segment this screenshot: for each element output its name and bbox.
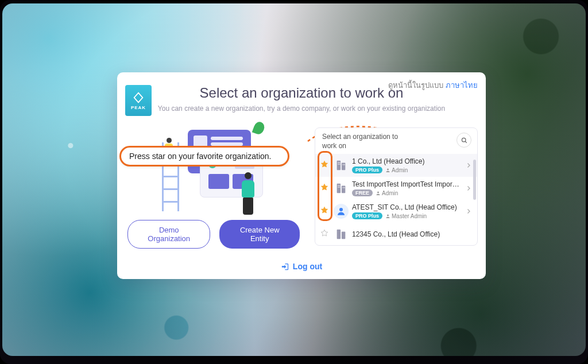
favorite-callout: Press star on your favorite organization… <box>119 146 289 166</box>
organization-row[interactable]: ATEST_SIT Co., Ltd (Head Office) PRO Plu… <box>315 200 477 223</box>
svg-point-0 <box>462 138 466 142</box>
plan-badge: PRO Plus <box>352 166 382 173</box>
search-button[interactable] <box>457 133 471 148</box>
role-label: Master Admin <box>385 213 427 219</box>
open-organization[interactable] <box>463 185 474 192</box>
page-title: Select an organization to work on <box>117 85 486 101</box>
organization-name: Test ImportTest ImportTest ImportTe... <box>352 180 460 188</box>
svg-rect-2 <box>337 161 341 171</box>
logout-link[interactable]: Log out <box>117 262 486 271</box>
svg-rect-8 <box>343 164 343 165</box>
svg-rect-11 <box>337 184 341 193</box>
user-icon <box>385 168 390 173</box>
building-icon <box>335 182 347 195</box>
favorite-star[interactable] <box>319 160 330 171</box>
building-icon <box>335 228 347 241</box>
svg-rect-6 <box>338 164 339 164</box>
page-subtitle: You can create a new organization, try a… <box>117 104 486 113</box>
scrollbar[interactable] <box>473 160 476 200</box>
open-organization[interactable] <box>463 208 474 215</box>
organization-list-panel: Select an organization to work on 1 Co.,… <box>315 127 478 246</box>
star-icon <box>320 183 328 191</box>
select-organization-modal: ดูหน้านี้ในรูปแบบ ภาษาไทย PEAK Select an… <box>117 72 486 279</box>
svg-rect-16 <box>339 187 340 187</box>
logout-icon <box>281 262 289 271</box>
svg-rect-14 <box>339 185 340 186</box>
organization-row[interactable]: Test ImportTest ImportTest ImportTe... F… <box>315 177 477 200</box>
svg-rect-7 <box>339 164 340 164</box>
svg-rect-23 <box>342 232 345 239</box>
illustration-pane: Demo Organization Create New Entity <box>127 125 300 251</box>
plan-badge: PRO Plus <box>352 212 382 219</box>
organization-row[interactable]: 12345 Co., Ltd (Head Office) <box>315 223 477 245</box>
svg-rect-15 <box>338 187 339 187</box>
svg-rect-4 <box>338 162 339 163</box>
favorite-star[interactable] <box>319 183 330 193</box>
organization-name: 1 Co., Ltd (Head Office) <box>352 157 460 165</box>
logout-label: Log out <box>293 262 322 271</box>
open-organization[interactable] <box>463 162 474 169</box>
organization-name: ATEST_SIT Co., Ltd (Head Office) <box>352 203 460 211</box>
svg-point-21 <box>387 214 389 216</box>
organization-name: 12345 Co., Ltd (Head Office) <box>352 230 474 238</box>
list-title: Select an organization to work on <box>322 133 414 150</box>
demo-organization-button[interactable]: Demo Organization <box>127 220 210 249</box>
organization-icon <box>334 204 349 219</box>
organization-icon <box>334 158 349 173</box>
avatar-icon <box>336 206 346 216</box>
organization-icon <box>334 181 349 196</box>
organization-icon <box>334 227 349 242</box>
role-label: Admin <box>376 190 398 196</box>
star-icon <box>320 229 328 237</box>
svg-rect-5 <box>339 162 340 163</box>
chevron-right-icon <box>465 185 472 192</box>
building-icon <box>335 159 347 172</box>
plan-badge: FREE <box>352 189 373 196</box>
star-icon <box>320 160 328 168</box>
svg-point-20 <box>339 208 343 211</box>
chevron-right-icon <box>465 162 472 169</box>
search-icon <box>461 137 468 144</box>
svg-line-1 <box>465 141 467 143</box>
svg-rect-22 <box>337 230 341 239</box>
svg-rect-3 <box>342 163 345 171</box>
user-icon <box>376 191 381 196</box>
user-icon <box>385 214 390 219</box>
svg-point-19 <box>377 191 379 193</box>
svg-rect-13 <box>338 185 339 186</box>
chevron-right-icon <box>465 208 472 215</box>
svg-rect-12 <box>342 186 345 193</box>
favorite-star[interactable] <box>319 206 330 216</box>
create-new-entity-button[interactable]: Create New Entity <box>219 220 300 249</box>
role-label: Admin <box>385 167 408 173</box>
svg-rect-18 <box>344 187 345 188</box>
organization-row[interactable]: 1 Co., Ltd (Head Office) PRO Plus Admin <box>315 154 477 177</box>
svg-rect-9 <box>344 164 345 165</box>
favorite-star[interactable] <box>319 229 330 239</box>
onboarding-illustration <box>139 125 288 211</box>
svg-rect-17 <box>343 187 343 188</box>
svg-point-10 <box>387 168 389 170</box>
star-icon <box>320 206 328 214</box>
